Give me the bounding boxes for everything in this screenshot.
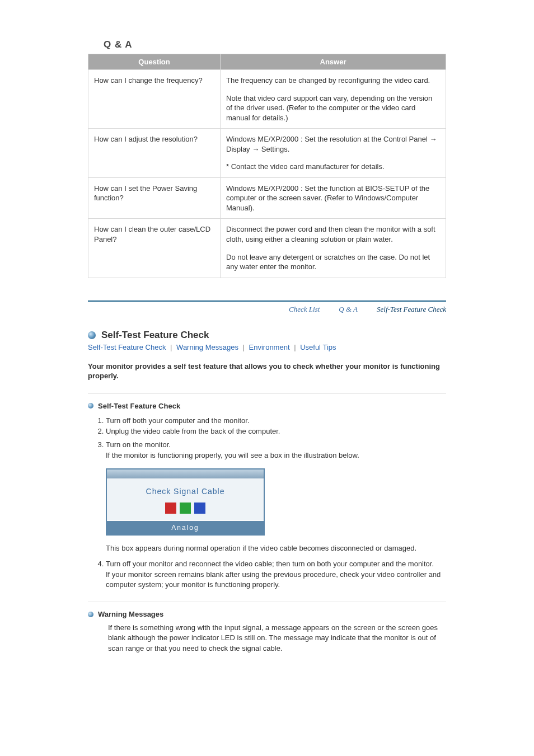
- list-item: Turn off both your computer and the moni…: [106, 416, 446, 426]
- step-text: If the monitor is functioning properly, …: [106, 450, 446, 461]
- qa-th-answer: Answer: [221, 54, 446, 70]
- qa-answer-text: Windows ME/XP/2000 : Set the function at…: [226, 184, 440, 213]
- steps-list: Turn off both your computer and the moni…: [93, 416, 446, 589]
- bullet-icon: [88, 403, 93, 408]
- intro-text: Your monitor provides a self test featur…: [88, 361, 446, 381]
- signal-top-bar: [107, 469, 264, 478]
- step-text: This box appears during normal operation…: [106, 543, 446, 553]
- qa-answer-text: Windows ME/XP/2000 : Set the resolution …: [226, 134, 440, 154]
- tab-bar: Check List Q & A Self-Test Feature Check: [88, 300, 446, 314]
- blue-square-icon: [194, 503, 205, 514]
- qa-question: How can I adjust the resolution?: [88, 129, 221, 178]
- red-square-icon: [165, 503, 176, 514]
- qa-answer-text: Disconnect the power cord and then clean…: [226, 224, 440, 244]
- qa-answer-text: Note that video card support can vary, d…: [226, 93, 440, 123]
- qa-answer: The frequency can be changed by reconfig…: [221, 70, 446, 129]
- divider: [88, 393, 446, 394]
- section-heading-self-test: Self-Test Feature Check: [101, 330, 209, 341]
- step-text: Turn off both your computer and the moni…: [106, 416, 250, 425]
- qa-table: Question Answer How can I change the fre…: [88, 54, 446, 278]
- divider: [88, 602, 446, 602]
- qa-answer: Disconnect the power cord and then clean…: [221, 219, 446, 278]
- qa-th-question: Question: [88, 54, 221, 70]
- link-warning-messages[interactable]: Warning Messages: [176, 343, 238, 351]
- list-item: Unplug the video cable from the back of …: [106, 426, 446, 436]
- link-self-test[interactable]: Self-Test Feature Check: [88, 343, 166, 351]
- separator: |: [170, 343, 172, 351]
- qa-answer-text: * Contact the video card manufacturer fo…: [226, 162, 440, 172]
- qa-question: How can I clean the outer case/LCD Panel…: [88, 219, 221, 278]
- tab-check-list[interactable]: Check List: [289, 305, 320, 314]
- qa-answer-text: Do not leave any detergent or scratches …: [226, 252, 440, 272]
- sub-links: Self-Test Feature Check | Warning Messag…: [88, 343, 446, 351]
- warning-paragraph: If there is something wrong with the inp…: [108, 623, 446, 654]
- qa-question: How can I set the Power Saving function?: [88, 177, 221, 219]
- qa-answer: Windows ME/XP/2000 : Set the function at…: [221, 177, 446, 219]
- subsection-heading-warning: Warning Messages: [98, 610, 163, 618]
- list-item: Turn on the monitor. If the monitor is f…: [106, 440, 446, 553]
- step-text: Unplug the video cable from the back of …: [106, 427, 280, 435]
- subsection-heading-self-test: Self-Test Feature Check: [98, 402, 180, 410]
- qa-answer-text: The frequency can be changed by reconfig…: [226, 76, 440, 86]
- link-useful-tips[interactable]: Useful Tips: [300, 343, 336, 351]
- link-environment[interactable]: Environment: [249, 343, 290, 351]
- rgb-squares: [107, 503, 264, 514]
- separator: |: [294, 343, 296, 351]
- bullet-icon: [88, 331, 96, 339]
- bullet-icon: [88, 612, 93, 617]
- tab-self-test[interactable]: Self-Test Feature Check: [377, 305, 446, 314]
- table-row: How can I change the frequency? The freq…: [88, 70, 446, 129]
- signal-box-footer: Analog: [107, 520, 264, 534]
- step-text: Turn off your monitor and reconnect the …: [106, 559, 446, 569]
- step-text: If your monitor screen remains blank aft…: [106, 570, 446, 589]
- table-row: How can I clean the outer case/LCD Panel…: [88, 219, 446, 278]
- step-text: Turn on the monitor.: [106, 440, 446, 450]
- qa-heading: Q & A: [104, 39, 446, 50]
- signal-box-text: Check Signal Cable: [107, 486, 264, 497]
- qa-answer: Windows ME/XP/2000 : Set the resolution …: [221, 129, 446, 178]
- qa-question: How can I change the frequency?: [88, 70, 221, 129]
- list-item: Turn off your monitor and reconnect the …: [106, 559, 446, 590]
- green-square-icon: [180, 503, 191, 514]
- table-row: How can I set the Power Saving function?…: [88, 177, 446, 219]
- tab-q-and-a[interactable]: Q & A: [339, 305, 358, 314]
- separator: |: [243, 343, 245, 351]
- table-row: How can I adjust the resolution? Windows…: [88, 129, 446, 178]
- signal-illustration: Check Signal Cable Analog: [106, 468, 265, 536]
